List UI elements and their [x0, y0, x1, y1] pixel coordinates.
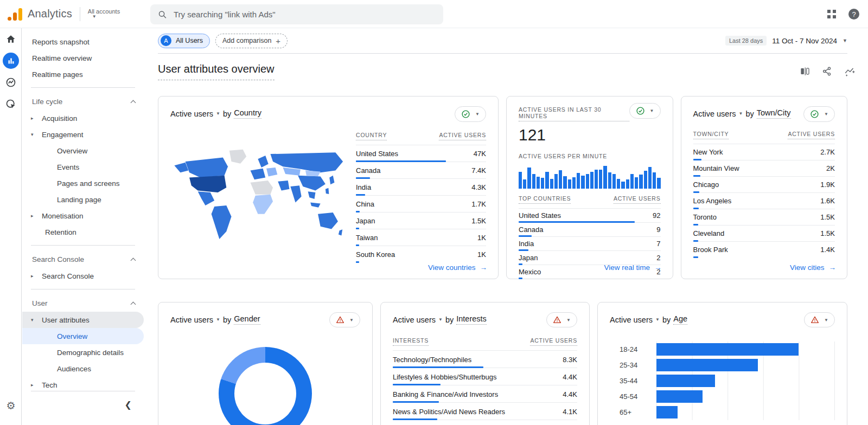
row-value: 1.5K — [820, 229, 835, 237]
sidebar-item-retention[interactable]: Retention — [22, 224, 144, 240]
apps-grid-icon[interactable] — [827, 9, 837, 19]
sidebar-item-engagement[interactable]: ▾ Engagement — [22, 126, 144, 143]
dimension-selector[interactable]: Age — [673, 314, 687, 325]
row-name: Mountain View — [693, 164, 739, 172]
sidebar-item-user-attributes[interactable]: ▾ User attributes — [22, 312, 144, 328]
column-header[interactable]: INTERESTS — [393, 337, 429, 346]
column-header[interactable]: ACTIVE USERS — [788, 131, 835, 139]
title-by: by — [223, 315, 231, 324]
table-row: Lifestyles & Hobbies/Shutterbugs4.4K — [393, 368, 577, 385]
row-value: 47K — [474, 150, 486, 158]
logo-area[interactable]: Analytics — [0, 8, 72, 21]
sidebar-item-realtime-pages[interactable]: Realtime pages — [22, 66, 144, 82]
all-users-segment-chip[interactable]: A All Users — [158, 34, 210, 48]
age-axis-label: 25-34 — [620, 357, 656, 373]
section-search-console[interactable]: Search Console — [22, 250, 144, 268]
section-life-cycle[interactable]: Life cycle — [22, 93, 144, 110]
column-header[interactable]: ACTIVE USERS — [614, 195, 661, 204]
tree-collapsed-icon: ▸ — [31, 273, 36, 279]
data-quality-badge[interactable]: ▼ — [629, 103, 661, 119]
row-value: 7.4K — [471, 166, 486, 175]
row-value: 9 — [656, 226, 660, 234]
column-header[interactable]: TOWN/CITY — [693, 131, 729, 139]
help-icon[interactable]: ? — [848, 9, 859, 20]
row-name: Los Angeles — [693, 197, 732, 205]
data-quality-warning-badge[interactable]: ▼ — [329, 312, 360, 327]
dimension-selector[interactable]: Town/City — [757, 108, 791, 119]
data-quality-warning-badge[interactable]: ▼ — [546, 312, 577, 327]
chevron-down-icon: ▼ — [349, 318, 354, 323]
left-rail: ⚙ — [0, 28, 22, 425]
row-value: 4.4K — [563, 390, 577, 398]
row-name: Taiwan — [356, 234, 378, 242]
metric-selector[interactable]: Active users — [170, 315, 213, 324]
row-name: Cleveland — [693, 229, 725, 237]
data-quality-warning-badge[interactable]: ▼ — [804, 312, 835, 327]
insights-icon[interactable] — [844, 66, 856, 76]
data-quality-badge[interactable]: ▼ — [455, 106, 486, 122]
dimension-selector[interactable]: Country — [234, 108, 261, 119]
explore-icon — [5, 77, 16, 88]
sidebar-item-acquisition[interactable]: ▸ Acquisition — [22, 110, 144, 126]
age-bar — [656, 375, 715, 387]
realtime-label[interactable]: ACTIVE USERS IN LAST 30 MINUTES — [519, 106, 629, 121]
row-name: India — [519, 240, 534, 248]
view-real-time-link[interactable]: View real time→ — [604, 263, 661, 272]
table-row: Banking & Finance/Avid Investors4.4K — [393, 385, 577, 403]
age-plot-area — [656, 342, 835, 420]
row-name: South Korea — [356, 250, 395, 259]
date-range-picker[interactable]: Last 28 days 11 Oct - 7 Nov 2024 ▼ — [725, 36, 847, 46]
sidebar-item-pages-screens[interactable]: Pages and screens — [22, 175, 144, 191]
advertising-nav[interactable] — [0, 93, 22, 115]
reports-nav[interactable] — [0, 50, 22, 72]
sidebar-item-monetisation[interactable]: ▸ Monetisation — [22, 208, 144, 224]
view-countries-link[interactable]: View countries→ — [428, 263, 487, 272]
collapse-sidebar-icon[interactable]: ❮ — [125, 400, 132, 410]
column-header[interactable]: ACTIVE USERS — [530, 337, 577, 346]
section-label: Life cycle — [32, 98, 62, 106]
share-icon[interactable] — [822, 66, 832, 76]
column-header[interactable]: COUNTRY — [356, 132, 387, 140]
sidebar-item-events[interactable]: Events — [22, 159, 144, 175]
age-bar — [656, 390, 703, 403]
sidebar-item-reports-snapshot[interactable]: Reports snapshot — [22, 34, 144, 50]
card-active-users-by-interests: Active users ▼ by Interests ▼ INTERESTS … — [380, 302, 590, 425]
sidebar-item-engagement-overview[interactable]: Overview — [22, 143, 144, 159]
search-bar[interactable] — [150, 4, 443, 24]
chevron-up-icon — [131, 257, 136, 263]
sidebar-item-search-console[interactable]: ▸ Search Console — [22, 268, 144, 284]
metric-selector[interactable]: Active users — [610, 315, 653, 324]
sidebar-item-landing-page[interactable]: Landing page — [22, 191, 144, 208]
account-picker[interactable]: All accounts ▼ — [88, 8, 120, 20]
metric-selector[interactable]: Active users — [393, 315, 436, 324]
row-value: 1.4K — [820, 246, 835, 254]
world-map — [170, 124, 356, 269]
home-nav[interactable] — [0, 28, 22, 50]
app-title: Analytics — [28, 8, 72, 20]
column-header[interactable]: ACTIVE USERS — [439, 132, 486, 140]
compare-reports-icon[interactable] — [800, 66, 810, 76]
sidebar-item-user-overview-selected[interactable]: Overview — [22, 328, 144, 344]
item-label: Engagement — [42, 131, 84, 139]
metric-selector[interactable]: Active users — [693, 110, 736, 118]
dimension-selector[interactable]: Gender — [234, 314, 260, 325]
sidebar-item-audiences[interactable]: Audiences — [22, 360, 144, 377]
row-value: 1.9K — [820, 181, 835, 189]
sidebar-item-demographic-details[interactable]: Demographic details — [22, 344, 144, 360]
sidebar-item-realtime-overview[interactable]: Realtime overview — [22, 50, 144, 66]
column-header[interactable]: TOP COUNTRIES — [519, 195, 571, 204]
table-row: Cleveland1.5K — [693, 226, 835, 242]
chevron-down-icon: ▼ — [216, 111, 220, 116]
table-row: India4.3K — [356, 179, 486, 196]
dimension-selector[interactable]: Interests — [456, 314, 487, 325]
metric-selector[interactable]: Active users — [170, 110, 213, 118]
section-user[interactable]: User — [22, 294, 144, 312]
item-label: Monetisation — [42, 212, 84, 220]
view-cities-link[interactable]: View cities→ — [790, 263, 836, 272]
add-comparison-button[interactable]: Add comparison + — [215, 34, 288, 48]
page-title: User attributes overview — [158, 63, 275, 80]
explore-nav[interactable] — [0, 72, 22, 93]
admin-gear-icon[interactable]: ⚙ — [0, 400, 22, 412]
search-input[interactable] — [174, 10, 436, 19]
data-quality-badge[interactable]: ▼ — [803, 106, 835, 122]
